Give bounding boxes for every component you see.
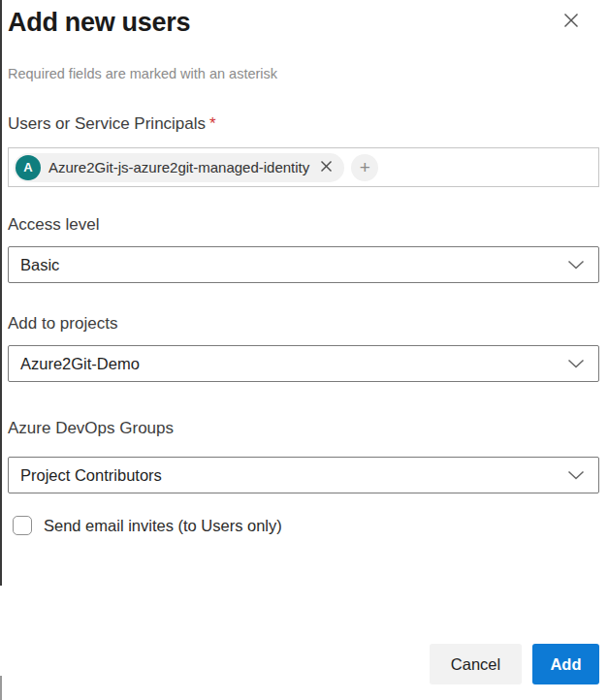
plus-icon: + (360, 158, 370, 176)
identity-chip: A Azure2Git-js-azure2git-managed-identit… (14, 153, 344, 182)
cancel-button[interactable]: Cancel (430, 644, 522, 684)
required-fields-note: Required fields are marked with an aster… (8, 66, 277, 81)
chevron-down-icon (567, 470, 585, 481)
identity-chip-name: Azure2Git-js-azure2git-managed-identity (48, 159, 309, 175)
devops-groups-label: Azure DevOps Groups (8, 419, 174, 438)
send-email-invites-checkbox[interactable] (13, 516, 32, 535)
required-asterisk: * (209, 114, 216, 133)
access-level-value: Basic (20, 256, 59, 274)
access-level-select[interactable]: Basic (8, 246, 599, 283)
dialog-title: Add new users (8, 8, 190, 38)
add-button[interactable]: Add (532, 644, 599, 684)
add-users-dialog: Add new users Required fields are marked… (0, 0, 608, 700)
add-to-projects-select[interactable]: Azure2Git-Demo (8, 345, 599, 382)
panel-left-border-bottom (0, 676, 2, 700)
remove-icon (320, 159, 333, 176)
add-to-projects-label: Add to projects (8, 314, 117, 334)
send-email-invites-label: Send email invites (to Users only) (44, 517, 282, 535)
add-identity-button[interactable]: + (351, 154, 378, 181)
users-field-label-text: Users or Service Principals (8, 114, 206, 133)
access-level-label: Access level (8, 215, 99, 235)
avatar: A (16, 155, 41, 180)
chevron-down-icon (567, 359, 585, 369)
users-field-label: Users or Service Principals* (8, 114, 216, 134)
chevron-down-icon (567, 260, 585, 270)
close-icon (561, 11, 581, 34)
remove-identity-button[interactable] (317, 159, 335, 176)
close-button[interactable] (557, 8, 586, 37)
users-picker-input[interactable]: A Azure2Git-js-azure2git-managed-identit… (8, 147, 599, 187)
add-to-projects-value: Azure2Git-Demo (20, 355, 140, 373)
panel-left-border (0, 0, 2, 586)
devops-groups-value: Project Contributors (20, 466, 162, 485)
devops-groups-select[interactable]: Project Contributors (8, 457, 599, 493)
send-email-invites-row: Send email invites (to Users only) (13, 516, 282, 535)
